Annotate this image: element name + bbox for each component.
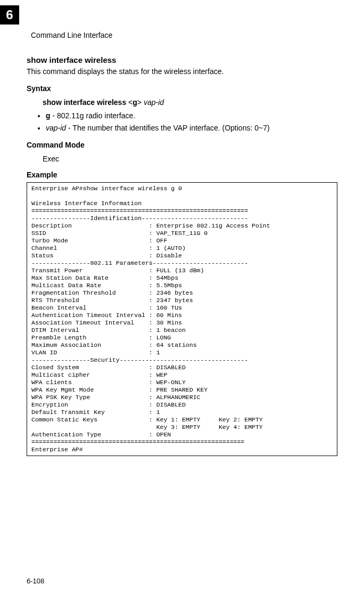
command-title: show interface wireless (27, 55, 337, 64)
syntax-vapid: vap-id (144, 98, 164, 107)
syntax-line: show interface wireless <g> vap-id (43, 98, 337, 107)
command-description: This command displays the status for the… (27, 67, 337, 77)
list-item: g - 802.11g radio interface. (46, 111, 337, 121)
list-item: vap-id - The number that identifies the … (46, 123, 337, 133)
syntax-bullet-list: g - 802.11g radio interface. vap-id - Th… (46, 111, 337, 133)
command-mode-value: Exec (43, 155, 337, 163)
page-number: 6-108 (27, 577, 44, 585)
example-label: Example (27, 170, 337, 179)
chapter-number: 6 (6, 7, 13, 22)
example-code-block: Enterprise AP#show interface wireless g … (27, 182, 337, 457)
running-header: Command Line Interface (31, 31, 337, 39)
bullet-vapid-italic: vap-id (46, 124, 66, 132)
command-mode-label: Command Mode (27, 141, 337, 149)
syntax-command: show interface wireless (43, 98, 126, 107)
bullet-g-rest: - 802.11g radio interface. (51, 111, 136, 120)
bullet-g-bold: g (46, 111, 51, 120)
page: 6 Command Line Interface show interface … (0, 0, 364, 601)
syntax-label: Syntax (27, 84, 337, 93)
chapter-tab: 6 (0, 5, 19, 25)
syntax-close-angle: > (137, 98, 144, 107)
syntax-g: g (133, 98, 137, 107)
bullet-vapid-rest: - The number that identifies the VAP int… (66, 124, 269, 132)
